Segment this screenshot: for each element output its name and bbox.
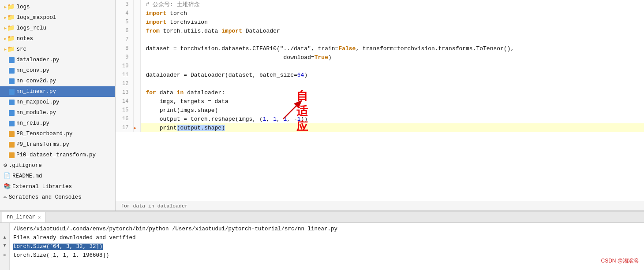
gutter-5 xyxy=(133,18,140,26)
sidebar-item-label: README.md xyxy=(12,172,42,181)
line-number-9: 9 xyxy=(116,53,133,62)
py-file-icon xyxy=(9,121,15,126)
sidebar-item-P9_transforms[interactable]: P9_transforms.py xyxy=(0,139,115,150)
code-content-11: dataloader = DataLoader(dataset, batch_s… xyxy=(140,70,644,79)
terminal-panel: nn_linear ✕ ▲ ▼ ≡ /Users/xiaotudui/.cond… xyxy=(0,211,644,270)
code-content-17: print(output.shape) xyxy=(140,123,644,132)
code-row-7: 7 xyxy=(116,35,644,44)
gutter-4 xyxy=(133,9,140,18)
sidebar-item-label: nn_conv2d.py xyxy=(16,77,56,85)
code-row-17: 17● print(output.shape) xyxy=(116,123,644,132)
gutter-14 xyxy=(133,97,140,106)
line-number-6: 6 xyxy=(116,26,133,35)
folder-icon: ▸ 📁 xyxy=(4,24,15,33)
status-hint-text: for data in dataloader xyxy=(121,203,188,209)
sidebar-item-nn_conv2d[interactable]: nn_conv2d.py xyxy=(0,76,115,86)
gutter-6 xyxy=(133,26,140,35)
sidebar-item-nn_maxpool[interactable]: nn_maxpool.py xyxy=(0,97,115,107)
sidebar-item-label: logs_maxpool xyxy=(16,13,56,22)
gutter-10 xyxy=(133,62,140,70)
py-file-icon xyxy=(9,100,15,105)
terminal-tab-nn-linear[interactable]: nn_linear ✕ xyxy=(2,212,45,222)
terminal-filter-btn[interactable]: ≡ xyxy=(1,252,8,259)
sidebar-item-nn_relu[interactable]: nn_relu.py xyxy=(0,118,115,129)
code-content-9: download=True) xyxy=(140,53,644,62)
code-content-15: print(imgs.shape) xyxy=(140,106,644,115)
code-content-12 xyxy=(140,79,644,88)
sidebar-item-label: nn_relu.py xyxy=(16,119,49,128)
sidebar-item-readme[interactable]: 📄README.md xyxy=(0,171,115,181)
code-content-7 xyxy=(140,35,644,44)
gutter-15 xyxy=(133,106,140,115)
line-number-15: 15 xyxy=(116,106,133,115)
sidebar-item-nn_conv[interactable]: nn_conv.py xyxy=(0,65,115,76)
gutter-13 xyxy=(133,88,140,97)
terminal-output-line-0: Files already downloaded and verified xyxy=(13,233,640,242)
code-content-16: output = torch.reshape(imgs, (1, 1, 1, -… xyxy=(140,115,644,123)
code-content-5: import torchvision xyxy=(140,18,644,26)
code-row-3: 3# 公众号: 土堆碎念 xyxy=(116,0,644,9)
sidebar-item-P8_Tensorboard[interactable]: P8_Tensorboard.py xyxy=(0,129,115,139)
terminal-tabs: nn_linear ✕ xyxy=(0,211,644,223)
code-row-10: 10 xyxy=(116,62,644,70)
line-number-14: 14 xyxy=(116,97,133,106)
code-row-8: 8dataset = torchvision.datasets.CIFAR10(… xyxy=(116,44,644,53)
sidebar-item-nn_linear[interactable]: nn_linear.py xyxy=(0,86,115,97)
code-row-6: 6from torch.utils.data import DataLoader xyxy=(116,26,644,35)
sidebar-item-nn_module[interactable]: nn_module.py xyxy=(0,107,115,118)
gutter-3 xyxy=(133,0,140,9)
code-row-16: 16 output = torch.reshape(imgs, (1, 1, 1… xyxy=(116,115,644,123)
terminal-tab-label: nn_linear xyxy=(7,214,35,220)
special-icon: ⚙ xyxy=(4,161,7,170)
py-file-icon xyxy=(9,78,15,84)
ext-icon: 📚 xyxy=(4,182,11,191)
code-table: 3# 公众号: 土堆碎念4import torch5import torchvi… xyxy=(116,0,644,132)
special-icon: 📄 xyxy=(4,172,11,181)
terminal-close-icon[interactable]: ✕ xyxy=(38,215,41,220)
sidebar-item-label: nn_conv.py xyxy=(16,66,49,75)
editor-area: 3# 公众号: 土堆碎念4import torch5import torchvi… xyxy=(116,0,644,211)
folder-icon: ▸ 📁 xyxy=(4,3,15,11)
sidebar-item-logs_maxpool[interactable]: ▸ 📁logs_maxpool xyxy=(0,12,115,23)
terminal-content[interactable]: /Users/xiaotudui/.conda/envs/pytorch/bin… xyxy=(10,223,644,270)
sidebar-item-label: notes xyxy=(16,34,33,43)
terminal-up-btn[interactable]: ▲ xyxy=(1,234,8,242)
terminal-down-btn[interactable]: ▼ xyxy=(1,242,8,250)
line-number-7: 7 xyxy=(116,35,133,44)
code-row-13: 13for data in dataloader: xyxy=(116,88,644,97)
sidebar-item-logs[interactable]: ▸ 📁logs xyxy=(0,2,115,12)
terminal-selected-text: torch.Size([64, 3, 32, 32]) xyxy=(13,244,103,250)
py-file-icon xyxy=(9,142,15,148)
sidebar-item-scratches[interactable]: ✏Scratches and Consoles xyxy=(0,192,115,203)
folder-icon: ▸ 📁 xyxy=(4,34,15,43)
code-content-4: import torch xyxy=(140,9,644,18)
code-container[interactable]: 3# 公众号: 土堆碎念4import torch5import torchvi… xyxy=(116,0,644,201)
py-file-icon xyxy=(9,89,15,95)
sidebar-item-label: logs_relu xyxy=(16,24,46,33)
terminal-command: /Users/xiaotudui/.conda/envs/pytorch/bin… xyxy=(13,225,640,233)
py-file-icon xyxy=(9,131,15,137)
line-number-3: 3 xyxy=(116,0,133,9)
py-file-icon xyxy=(9,152,15,158)
gutter-17: ● xyxy=(133,123,140,132)
code-content-10 xyxy=(140,62,644,70)
sidebar-item-label: External Libraries xyxy=(12,182,72,191)
sidebar-item-dataloader[interactable]: dataloader.py xyxy=(0,55,115,65)
status-hint: for data in dataloader xyxy=(116,201,644,211)
sidebar-item-ext_libs[interactable]: 📚External Libraries xyxy=(0,181,115,192)
exec-dot: ● xyxy=(134,126,136,131)
code-row-14: 14 imgs, targets = data xyxy=(116,97,644,106)
sidebar-item-gitignore[interactable]: ⚙.gitignore xyxy=(0,160,115,171)
sidebar-item-notes[interactable]: ▸ 📁notes xyxy=(0,33,115,44)
sidebar-item-label: Scratches and Consoles xyxy=(9,193,82,202)
code-row-12: 12 xyxy=(116,79,644,88)
code-row-11: 11dataloader = DataLoader(dataset, batch… xyxy=(116,70,644,79)
sidebar-item-label: P8_Tensorboard.py xyxy=(16,129,73,138)
sidebar-item-src[interactable]: ▸ 📁src xyxy=(0,44,115,55)
terminal-output-line-1: torch.Size([64, 3, 32, 32]) xyxy=(13,242,640,251)
line-number-17: 17 xyxy=(116,123,133,132)
code-row-5: 5import torchvision xyxy=(116,18,644,26)
sidebar-item-P10_dataset_transform[interactable]: P10_dataset_transform.py xyxy=(0,150,115,160)
sidebar-item-logs_relu[interactable]: ▸ 📁logs_relu xyxy=(0,23,115,33)
py-file-icon xyxy=(9,57,15,63)
